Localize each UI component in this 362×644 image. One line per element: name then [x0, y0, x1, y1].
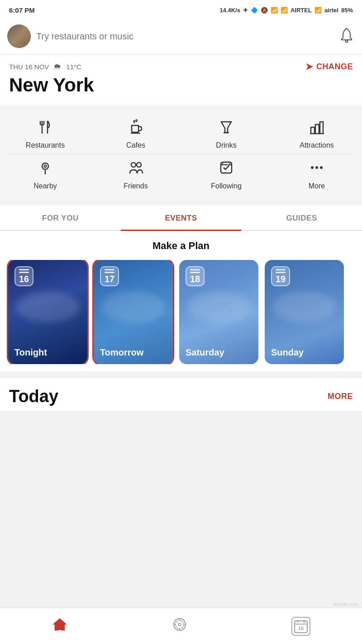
today-more-button[interactable]: MORE [328, 392, 353, 401]
cafes-label: Cafes [126, 141, 145, 149]
category-friends[interactable]: Friends [104, 159, 167, 190]
card-label-saturday: Saturday [186, 347, 224, 358]
friends-label: Friends [124, 182, 148, 190]
plan-card-tomorrow[interactable]: 17 Tomorrow [94, 260, 173, 364]
plan-card-sunday[interactable]: 19 Sunday [265, 260, 344, 364]
tabs-row: FOR YOU EVENTS GUIDES [0, 206, 362, 231]
svg-point-15 [137, 163, 141, 167]
category-following[interactable]: Following [195, 159, 258, 190]
category-attractions[interactable]: Attractions [285, 118, 348, 149]
category-row-2: Nearby Friends [0, 154, 362, 195]
plan-title: Make a Plan [0, 240, 362, 252]
tab-guides[interactable]: GUIDES [241, 206, 362, 230]
signal-icon: 📶 [281, 7, 288, 14]
location-section: THU 16 NOV 🌧 11°C ➤ CHANGE New York [0, 55, 362, 105]
category-restaurants[interactable]: Restaurants [14, 118, 77, 149]
location-meta: THU 16 NOV 🌧 11°C ➤ CHANGE [9, 61, 353, 72]
more-icon [308, 159, 325, 178]
nav-calendar[interactable]: 16 [282, 613, 319, 639]
network-speed: 14.4K/s [219, 7, 240, 14]
svg-rect-10 [320, 122, 323, 134]
svg-point-0 [346, 40, 348, 42]
category-drinks[interactable]: Drinks [195, 118, 258, 149]
svg-point-19 [229, 163, 231, 164]
avatar[interactable] [7, 24, 31, 48]
more-label: More [309, 182, 325, 190]
following-label: Following [211, 182, 242, 190]
status-time: 6:07 PM [9, 6, 35, 14]
card-badge-17: 17 [100, 266, 119, 286]
location-date-weather: THU 16 NOV 🌧 11°C [9, 62, 81, 72]
card-badge-16: 16 [14, 266, 33, 286]
plan-cards-wrap: 16 Tonight 17 Tomorrow 1 [0, 260, 362, 364]
svg-point-21 [315, 166, 318, 169]
plan-card-tonight[interactable]: 16 Tonight [8, 260, 87, 364]
tabs-section: FOR YOU EVENTS GUIDES [0, 206, 362, 231]
drinks-label: Drinks [216, 141, 236, 149]
friends-icon [127, 159, 144, 178]
following-icon [218, 159, 235, 178]
plan-card-saturday[interactable]: 18 Saturday [179, 260, 258, 364]
mute-icon: 🔕 [261, 7, 268, 14]
search-bar [0, 20, 362, 55]
bell-icon[interactable] [338, 27, 355, 46]
today-title: Today [9, 387, 58, 406]
plan-section: Make a Plan 16 Tonight 17 [0, 231, 362, 371]
wifi-icon: 📶 [271, 7, 278, 14]
search-input[interactable] [36, 31, 333, 42]
svg-rect-9 [315, 125, 319, 134]
search-input-wrap[interactable] [36, 31, 333, 42]
svg-point-18 [222, 163, 224, 164]
nearby-icon [37, 159, 54, 178]
restaurants-label: Restaurants [26, 141, 65, 149]
svg-point-25 [178, 623, 181, 626]
home-icon [52, 616, 68, 636]
tab-events[interactable]: EVENTS [121, 206, 242, 230]
location-arrow-icon: ➤ [305, 61, 314, 72]
category-row-1: Restaurants Cafes [0, 114, 362, 154]
attractions-label: Attractions [300, 141, 334, 149]
status-right: 14.4K/s ✈ 🔷 🔕 📶 📶 AIRTEL 📶 airtel 85% [219, 7, 353, 14]
svg-point-13 [44, 165, 47, 168]
carrier2-name: airtel [324, 7, 338, 14]
svg-point-22 [320, 166, 323, 169]
change-label: CHANGE [316, 62, 353, 72]
watermark: wsxdn.com [333, 601, 358, 607]
svg-rect-8 [311, 127, 314, 134]
plan-cards: 16 Tonight 17 Tomorrow 1 [8, 260, 344, 364]
nav-explore[interactable] [162, 613, 197, 639]
weather-icon: 🌧 [53, 62, 62, 72]
battery-level: 85% [341, 7, 353, 14]
drinks-icon [218, 118, 235, 138]
bottom-nav: 16 [0, 608, 362, 644]
svg-point-24 [176, 620, 184, 629]
bluetooth-icon: 🔷 [251, 7, 258, 14]
today-section: Today MORE [0, 378, 362, 411]
status-bar: 6:07 PM 14.4K/s ✈ 🔷 🔕 📶 📶 AIRTEL 📶 airte… [0, 0, 362, 20]
category-cafes[interactable]: Cafes [104, 118, 167, 149]
attractions-icon [308, 118, 325, 138]
svg-point-12 [42, 163, 48, 169]
svg-point-20 [311, 166, 314, 169]
tab-for-you[interactable]: FOR YOU [0, 206, 121, 230]
explore-icon [171, 616, 188, 636]
nav-icon-symbol: ✈ [243, 7, 248, 14]
card-badge-18: 18 [186, 266, 205, 286]
card-label-tonight: Tonight [14, 347, 47, 358]
card-label-tomorrow: Tomorrow [100, 347, 143, 358]
location-date: THU 16 NOV [9, 63, 49, 71]
cafes-icon [127, 118, 144, 138]
svg-point-14 [131, 163, 136, 167]
nearby-label: Nearby [33, 182, 57, 190]
signal-icon2: 📶 [314, 7, 322, 14]
location-temp: 11°C [66, 63, 81, 71]
category-nearby[interactable]: Nearby [14, 159, 77, 190]
change-location-button[interactable]: ➤ CHANGE [305, 61, 353, 72]
restaurants-icon [37, 118, 54, 138]
carrier-name: AIRTEL [291, 7, 312, 14]
card-badge-19: 19 [271, 266, 290, 286]
category-more[interactable]: More [285, 159, 348, 190]
calendar-icon: 16 [291, 617, 310, 636]
nav-home[interactable] [43, 613, 77, 639]
svg-text:16: 16 [298, 625, 304, 631]
